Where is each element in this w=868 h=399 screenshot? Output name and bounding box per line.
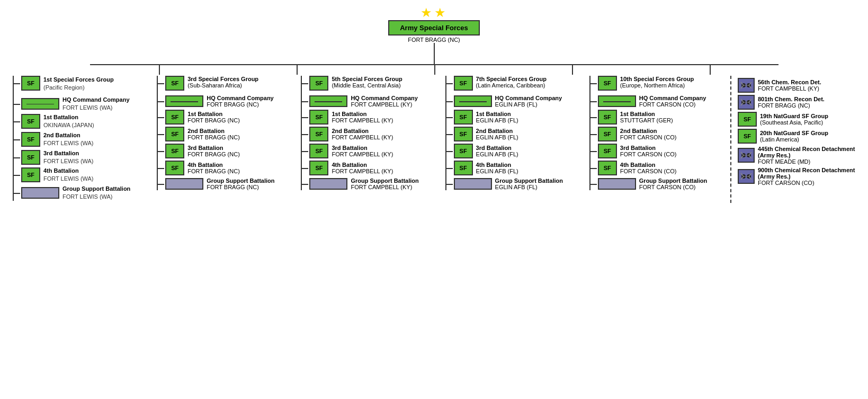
grp10-header: SF 10th Special Forces Group (Europe, No… [598, 76, 726, 91]
chem-icon-0 [738, 78, 755, 93]
grp7-support: Group Support Battalion EGLIN AFB (FL) [454, 178, 582, 190]
right-unit-0: 56th Chem. Recon Det. FORT CAMPBELL (KY) [738, 78, 863, 93]
grp10-bat1: SF 1st Battalion STUTTGART (GER) [598, 110, 726, 125]
grp1-bat4-label: 4th Battalion FORT LEWIS (WA) [43, 167, 94, 183]
col-grp5: SF 5th Special Forces Group (Middle East… [293, 76, 437, 203]
right-unit-3-label: 20th NatGuard SF Group (Latin America) [760, 130, 828, 143]
right-unit-0-label: 56th Chem. Recon Det. FORT CAMPBELL (KY) [758, 79, 821, 92]
grp1-bat2-row: SF 2nd Battalion FORT LEWIS (WA) [21, 131, 149, 147]
org-chart: ★★ Army Special Forces FORT BRAGG (NC) [0, 0, 868, 399]
grp1-bat4-row: SF 4th Battalion FORT LEWIS (WA) [21, 167, 149, 183]
grp5-hq: HQ Command Company FORT CAMPBELL (KY) [309, 95, 437, 108]
tick2 [297, 64, 298, 75]
right-column: 56th Chem. Recon Det. FORT CAMPBELL (KY) [730, 76, 863, 203]
chem-svg-1 [739, 96, 754, 109]
grp7-sf-icon: SF [454, 76, 473, 91]
grp3-header: SF 3rd Special Forces Group (Sub-Saharan… [165, 76, 293, 91]
main-columns: SF 1st Special Forces Group (Pacific Reg… [5, 76, 863, 203]
grp1-bat3-icon: SF [21, 150, 40, 165]
grp3-hq-icon [165, 95, 203, 107]
chem-svg-5 [739, 170, 754, 183]
grp10-hq: HQ Command Company FORT CARSON (CO) [598, 95, 726, 108]
grp1-bat1-row: SF 1st Battalion OKINAWA (JAPAN) [21, 113, 149, 129]
grp1-support-label: Group Support Battalion FORT LEWIS (WA) [62, 185, 130, 201]
grp7-bat1: SF 1st Battalion EGLIN AFB (FL) [454, 110, 582, 125]
grp10-bat2: SF 2nd Battalion FORT CARSON (CO) [598, 127, 726, 141]
grp1-name: 1st Special Forces Group [43, 76, 114, 84]
grp1-bat3-row: SF 3rd Battalion FORT LEWIS (WA) [21, 149, 149, 165]
col-grp1: SF 1st Special Forces Group (Pacific Reg… [5, 76, 149, 203]
grp1-bat1-icon: SF [21, 114, 40, 129]
grp1-header: SF 1st Special Forces Group (Pacific Reg… [21, 76, 149, 92]
grp1-support-icon [21, 187, 59, 199]
grp5-bat3: SF 3rd Battalion FORT CAMPBELL (KY) [309, 144, 437, 158]
sf-icon-3: SF [738, 129, 757, 144]
grp7-header: SF 7th Special Forces Group (Latin Ameri… [454, 76, 582, 91]
grp5-label: 5th Special Forces Group (Middle East, C… [332, 76, 402, 88]
grp1-sf-icon: SF [21, 76, 40, 91]
grp3-bat1: SF 1st Battalion FORT BRAGG (NC) [165, 110, 293, 125]
grp1-bat4-icon: SF [21, 167, 40, 182]
grp10-support: Group Support Battalion FORT CARSON (CO) [598, 178, 726, 190]
grp5-bat1: SF 1st Battalion FORT CAMPBELL (KY) [309, 110, 437, 125]
col7-inner: SF 7th Special Forces Group (Latin Ameri… [445, 76, 582, 190]
chem-icon-4 [738, 148, 755, 163]
top-box: Army Special Forces [388, 20, 480, 36]
top-vline [434, 43, 435, 64]
top-hline [90, 64, 778, 65]
grp7-bat3: SF 3rd Battalion EGLIN AFB (FL) [454, 144, 582, 158]
grp1-bat2-label: 2nd Battalion FORT LEWIS (WA) [43, 131, 94, 147]
grp1-hq-hline [14, 104, 20, 105]
stars: ★★ [420, 5, 448, 20]
chem-svg-0 [739, 79, 754, 92]
col1-inner: SF 1st Special Forces Group (Pacific Reg… [13, 76, 149, 201]
grp1-bat3-label: 3rd Battalion FORT LEWIS (WA) [43, 149, 94, 165]
grp1-hq-inner-line [26, 104, 54, 105]
right-unit-1: 801th Chem. Recon Det. FORT BRAGG (NC) [738, 95, 863, 110]
sf-icon-2: SF [738, 112, 757, 127]
grp3-bat3: SF 3rd Battalion FORT BRAGG (NC) [165, 144, 293, 158]
grp1-label: 1st Special Forces Group (Pacific Region… [43, 76, 114, 92]
grp3-hq-row: HQ Command Company FORT BRAGG (NC) [165, 95, 293, 108]
col-grp10: SF 10th Special Forces Group (Europe, No… [582, 76, 726, 203]
grp5-header: SF 5th Special Forces Group (Middle East… [309, 76, 437, 91]
grp3-label: 3rd Special Forces Group (Sub-Saharan Af… [187, 76, 258, 88]
five-cols: SF 1st Special Forces Group (Pacific Reg… [5, 76, 726, 203]
grp1-subtitle: (Pacific Region) [43, 84, 114, 92]
grp5-sf-icon: SF [309, 76, 328, 91]
grp5-bat4: SF 4th Battalion FORT CAMPBELL (KY) [309, 161, 437, 175]
tick3 [434, 64, 435, 75]
right-unit-4-label: 445th Chemical Recon Detachment (Army Re… [758, 146, 863, 165]
right-unit-4: 445th Chemical Recon Detachment (Army Re… [738, 146, 863, 165]
tick1 [159, 64, 160, 75]
grp10-label: 10th Special Forces Group (Europe, North… [620, 76, 694, 88]
right-unit-3: SF 20th NatGuard SF Group (Latin America… [738, 129, 863, 144]
grp10-sf-icon: SF [598, 76, 617, 91]
tick5 [710, 64, 711, 75]
grp1-hq-name: HQ Command Company [62, 96, 130, 104]
top-box-label: Army Special Forces [400, 24, 468, 32]
grp7-label: 7th Special Forces Group (Latin America,… [476, 76, 547, 88]
chem-svg-4 [739, 149, 754, 162]
col-grp7: SF 7th Special Forces Group (Latin Ameri… [438, 76, 582, 203]
col5-inner: SF 5th Special Forces Group (Middle East… [301, 76, 437, 190]
col-grp3: SF 3rd Special Forces Group (Sub-Saharan… [149, 76, 293, 203]
top-connector: ★★ Army Special Forces FORT BRAGG (NC) [90, 5, 778, 65]
grp10-bat3: SF 3rd Battalion FORT CARSON (CO) [598, 144, 726, 158]
grp7-bat4: SF 4th Battalion EGLIN AFB (FL) [454, 161, 582, 175]
tick4 [572, 64, 573, 75]
grp3-bat2: SF 2nd Battalion FORT BRAGG (NC) [165, 127, 293, 141]
grp10-bat4: SF 4th Battalion FORT CARSON (CO) [598, 161, 726, 175]
grp1-hq-loc: FORT LEWIS (WA) [62, 104, 130, 112]
right-unit-5: 900th Chemical Recon Detachment (Army Re… [738, 167, 863, 186]
grp3-bat4: SF 4th Battalion FORT BRAGG (NC) [165, 161, 293, 175]
right-unit-1-label: 801th Chem. Recon Det. FORT BRAGG (NC) [758, 96, 825, 109]
grp1-hq-icon [21, 98, 59, 110]
right-unit-2: SF 19th NatGuard SF Group (Southeast Asi… [738, 112, 863, 127]
grp1-hq-row: HQ Command Company FORT LEWIS (WA) [21, 96, 149, 112]
right-unit-2-label: 19th NatGuard SF Group (Southeast Asia, … [760, 113, 828, 126]
top-section: ★★ Army Special Forces FORT BRAGG (NC) [5, 5, 863, 65]
grp3-support: Group Support Battalion FORT BRAGG (NC) [165, 178, 293, 190]
grp5-bat2: SF 2nd Battalion FORT CAMPBELL (KY) [309, 127, 437, 141]
grp1-hq-label: HQ Command Company FORT LEWIS (WA) [62, 96, 130, 112]
